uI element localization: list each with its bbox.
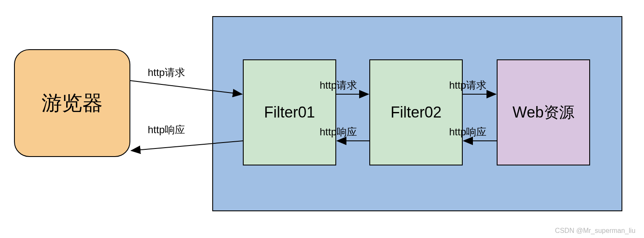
browser-label: 游览器	[42, 90, 103, 117]
filter02-label: Filter02	[391, 104, 442, 121]
request-label-2: http请求	[320, 78, 357, 92]
watermark: CSDN @Mr_superman_liu	[555, 227, 636, 235]
request-label-1: http请求	[148, 66, 185, 79]
response-label-1: http响应	[148, 123, 185, 137]
browser-node: 游览器	[14, 49, 130, 157]
webres-node: Web资源	[497, 59, 590, 165]
filter01-node: Filter01	[243, 59, 336, 165]
webres-label: Web资源	[512, 102, 574, 123]
response-label-2: http响应	[320, 125, 357, 139]
response-label-3: http响应	[449, 125, 487, 139]
filter01-label: Filter01	[264, 104, 315, 121]
filter02-node: Filter02	[369, 59, 463, 165]
request-label-3: http请求	[449, 78, 487, 92]
